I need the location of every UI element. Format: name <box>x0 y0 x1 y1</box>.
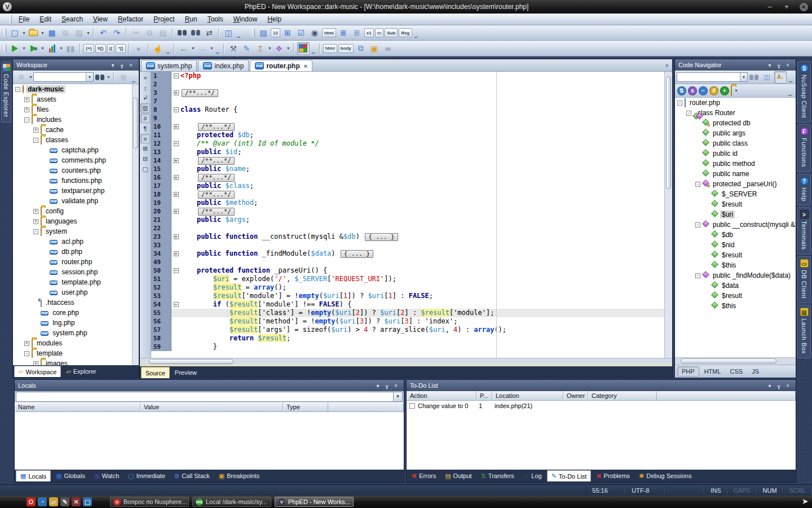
collapse-icon[interactable]: - <box>695 273 700 278</box>
code-line[interactable]: 56 $result['method'] = !empty($uri[3]) ?… <box>151 317 664 326</box>
tab-errors[interactable]: ✖Errors <box>408 470 440 481</box>
todo-row[interactable]: Change value to 01index.php(21) <box>407 401 796 410</box>
code-line[interactable]: 33 <box>151 241 664 249</box>
menu-refactor[interactable]: Refactor <box>113 14 148 24</box>
open-file-dropdown[interactable]: ▾ <box>40 27 45 39</box>
toggle-breakpoint-button[interactable]: {+} <box>83 44 94 53</box>
settings-button[interactable]: ⚒ <box>227 42 240 55</box>
tab-locals[interactable]: ▦Locals <box>16 470 51 481</box>
back-dropdown[interactable]: ▾ <box>191 42 196 55</box>
code-editor[interactable]: 1−<?php23+/**...*/78−class Router {910+ … <box>151 72 664 358</box>
navigator-tree-item[interactable]: $this <box>675 260 796 270</box>
numbering-button[interactable]: 12 <box>271 28 280 37</box>
nav-constants-button[interactable]: # <box>709 86 718 95</box>
workspace-tree-item[interactable]: -includes <box>13 115 139 125</box>
tab-transfers[interactable]: ⇅Transfers <box>477 470 518 481</box>
x1-button[interactable]: x1 <box>364 28 374 37</box>
workspace-tree-item[interactable]: PHPsession.php <box>13 267 139 277</box>
navigator-tree-item[interactable]: -router.php <box>675 98 796 108</box>
toolbar-overflow[interactable]: ‗ <box>235 27 242 39</box>
code-line[interactable]: 58 return $result; <box>151 334 664 343</box>
collapse-icon[interactable]: - <box>677 100 682 106</box>
tab-launch-box[interactable]: ▤Launch Box <box>797 305 811 358</box>
tab-explorer[interactable]: ▱Explorer <box>62 366 100 377</box>
special-chars-button[interactable]: ¶ <box>140 124 150 133</box>
code-line[interactable]: 3+/**...*/ <box>151 89 664 97</box>
cut-button[interactable]: ✂ <box>130 27 142 39</box>
taskbar-button[interactable]: OВопрос по Nusphere... <box>110 497 189 507</box>
fold-collapse-icon[interactable]: − <box>174 141 179 146</box>
fold-expand-icon[interactable]: + <box>174 158 179 163</box>
navigator-tree-item[interactable]: $result <box>675 199 796 209</box>
fold-expand-icon[interactable]: + <box>174 209 179 214</box>
save-special-button[interactable]: ▨ <box>73 27 85 39</box>
column-header-name[interactable]: Name <box>15 402 140 412</box>
fold-expand-icon[interactable]: + <box>174 90 179 95</box>
folded-code-chip[interactable]: { ... } <box>341 250 373 258</box>
tab-js[interactable]: JS <box>748 367 763 376</box>
navigator-tree-item[interactable]: public method <box>675 159 796 169</box>
taskbar-button[interactable]: HSLocal /dark-music/sy... <box>192 497 271 507</box>
collapse-icon[interactable]: - <box>686 111 691 116</box>
expand-icon[interactable]: + <box>24 107 29 112</box>
navigator-tree-item[interactable]: -protected _parseUri() <box>675 179 796 189</box>
code-line[interactable]: 11 protected $db; <box>151 131 664 139</box>
code-line[interactable]: 34+ public function _findModule($data) {… <box>151 249 664 258</box>
tab-to-do-list[interactable]: ✎To-Do List <box>547 470 592 481</box>
editor-quicklaunch-icon[interactable]: ✎ <box>60 497 69 506</box>
tab-breakpoints[interactable]: ▣Breakpoints <box>215 470 264 481</box>
tab-html[interactable]: HTML <box>700 367 725 376</box>
workspace-tree-item[interactable]: .htaccess <box>13 297 139 308</box>
minimize-button[interactable]: – <box>761 2 778 12</box>
undo-button[interactable]: ↶ <box>97 27 109 39</box>
view-overflow[interactable]: ‗ <box>310 42 317 55</box>
code-line[interactable]: 21 public $args; <box>151 216 664 224</box>
image-insert-button[interactable]: ▣ <box>368 42 381 55</box>
folded-code-chip[interactable]: /**...*/ <box>198 191 235 199</box>
tab-problems[interactable]: ✖Problems <box>592 470 634 481</box>
highlight-scheme-button[interactable]: ❖ <box>273 42 285 55</box>
html-tag-button[interactable]: html <box>322 28 336 37</box>
desktop-quicklaunch-icon[interactable]: ▢ <box>83 497 92 506</box>
fold-expand-icon[interactable]: + <box>174 234 179 239</box>
navigator-overflow-icon[interactable]: ‗ <box>787 71 794 84</box>
workspace-refresh-dropdown[interactable]: ▾ <box>28 71 33 84</box>
code-line[interactable]: 1−<?php <box>151 72 664 80</box>
navigator-tree-item[interactable]: $nid <box>675 240 796 250</box>
code-line[interactable]: 10+ /**...*/ <box>151 122 664 131</box>
tab-call-stack[interactable]: ≣Call Stack <box>170 470 214 481</box>
collapse-icon[interactable]: - <box>695 182 700 187</box>
save-button[interactable]: ▦ <box>46 27 58 39</box>
save-special-dropdown[interactable]: ▾ <box>86 27 91 39</box>
nav-folder-dropdown[interactable]: ▾ <box>734 85 739 97</box>
chevron-down-icon[interactable]: ▼ <box>394 392 403 402</box>
code-line[interactable]: 23+ public function __construct(mysqli &… <box>151 233 664 241</box>
stop-button[interactable]: ● <box>133 42 145 55</box>
workspace-tree-item[interactable]: PHPdb.php <box>13 247 139 257</box>
fold-collapse-icon[interactable]: − <box>174 73 179 78</box>
workspace-tree-item[interactable]: PHPvalidate.php <box>13 196 139 206</box>
chevron-down-icon[interactable]: ▼ <box>740 73 747 81</box>
workspace-tree-item[interactable]: +modules <box>13 338 139 348</box>
workspace-mail-icon[interactable]: ▤ <box>117 71 130 84</box>
navigator-tree-item[interactable]: public class <box>675 138 796 148</box>
fold-expand-icon[interactable]: + <box>174 251 179 256</box>
checkbox-button[interactable]: ☑ <box>295 27 307 39</box>
toolbar-overflow2[interactable]: ‗ <box>413 27 420 39</box>
navigator-tree-item[interactable]: $result <box>675 291 796 301</box>
open-file-button[interactable] <box>27 27 39 39</box>
workspace-tree-item[interactable]: +languages <box>13 216 139 226</box>
workspace-tree-item[interactable]: -system <box>13 226 139 237</box>
copy-button[interactable]: ⧉ <box>143 27 156 39</box>
tab-code-explorer[interactable]: Code Explorer <box>1 61 11 122</box>
nav-row-overflow-icon[interactable]: ‗ <box>787 85 793 97</box>
workspace-close-icon[interactable]: × <box>126 62 135 68</box>
workspace-tree-item[interactable]: PHPlng.php <box>13 318 139 328</box>
column-header-owner[interactable]: Owner <box>563 391 588 401</box>
run-in-debugger-button[interactable] <box>27 42 39 55</box>
fold-expand-icon[interactable]: + <box>174 175 179 180</box>
deploy-button[interactable]: ↥ <box>254 42 267 55</box>
opera-quicklaunch-icon[interactable]: O <box>27 497 36 506</box>
code-line[interactable]: 17 public $class; <box>151 182 664 190</box>
column-header-location[interactable]: Location <box>492 391 563 401</box>
